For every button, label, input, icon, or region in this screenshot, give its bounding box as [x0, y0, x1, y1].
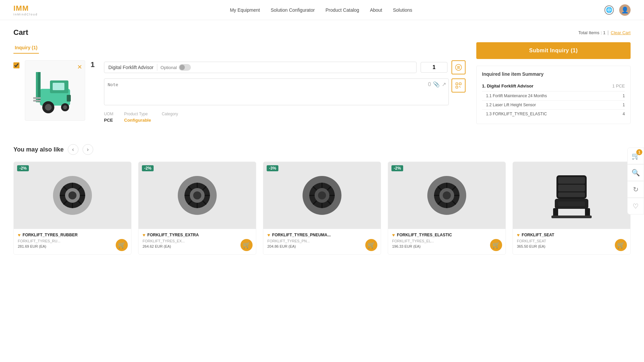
sub-item-name: 1.1 Forlift Maintenance 24 Months [486, 94, 547, 98]
product-image [30, 65, 80, 116]
rec-card-price: 196.33 EUR (EA) [392, 244, 501, 248]
configure-button[interactable] [451, 60, 466, 74]
float-cart-button[interactable]: 🛒 1 [627, 147, 644, 164]
rec-card-image: -2% [139, 162, 256, 229]
cart-left: Inquiry (1) ✕ [13, 42, 466, 128]
user-avatar[interactable]: 👤 [619, 4, 631, 16]
nav-my-equipment[interactable]: My Equipment [230, 7, 260, 13]
summary-sub-item: 1.3 FORKLIFT_TYRES_ELASTIC4 [482, 110, 625, 118]
divider [157, 64, 157, 71]
wishlist-icon[interactable]: ♥ [392, 232, 395, 238]
summary-main-name: 1. Digital Forklift Advisor [482, 83, 533, 88]
product-type-col: Product Type Configurable [124, 112, 151, 123]
nav-solutions[interactable]: Solutions [393, 7, 412, 13]
wishlist-icon[interactable]: ♥ [517, 232, 520, 238]
rec-card[interactable]: -2% ♥ FORKLIFT_TYRES_EXTRA FORKLIFT_TYRE… [138, 162, 256, 255]
main-content: Cart Total Items : 1 | Clear Cart Inquir… [0, 20, 644, 263]
svg-rect-20 [459, 86, 460, 87]
discount-badge: -2% [142, 165, 154, 171]
product-name: FORKLIFT_TYRES_RUBBER [22, 233, 77, 237]
attach-icon[interactable]: 📎 [433, 81, 440, 87]
rec-title: You may also like [13, 146, 64, 153]
total-items-text: Total Items : 1 [578, 30, 605, 35]
clear-cart-button[interactable]: Clear Cart [611, 30, 631, 35]
heart-icon: ♡ [633, 202, 639, 210]
rec-card-name: ♥ FORKLIFT_TYRES_ELASTIC [392, 232, 501, 238]
rec-card-sku: FORKLIFT_TYRES_RU... [18, 239, 127, 243]
rec-card-name: ♥ FORKLIFT_TYRES_PNEUMA... [267, 232, 377, 238]
rec-card-body: ♥ FORKLIFT_TYRES_RUBBER FORKLIFT_TYRES_R… [14, 229, 131, 254]
expand-icon[interactable]: ↗ [442, 81, 446, 87]
rec-card[interactable]: -3% ♥ FORKLIFT_TYRES_PNEUMA... FORKLIFT_… [263, 162, 381, 255]
svg-rect-8 [33, 100, 41, 102]
cart-item: ✕ [13, 60, 466, 123]
wishlist-icon[interactable]: ♥ [18, 232, 20, 238]
item-checkbox[interactable] [13, 62, 19, 68]
rec-card-sku: FORKLIFT_TYRES_EX... [143, 239, 252, 243]
scan-icon [455, 82, 462, 89]
rec-card-image: -3% [263, 162, 381, 229]
float-wishlist-button[interactable]: ♡ [627, 198, 644, 215]
wishlist-icon[interactable]: ♥ [267, 232, 270, 238]
separator: | [607, 30, 609, 35]
globe-icon[interactable]: 🌐 [604, 5, 614, 15]
submit-inquiry-button[interactable]: Submit Inquiry (1) [476, 42, 631, 59]
logo[interactable]: IMM InMindCloud [13, 4, 38, 16]
summary-box: Inquired line item Summary 1. Digital Fo… [476, 66, 631, 124]
summary-title: Inquired line item Summary [482, 71, 625, 77]
add-to-cart-button[interactable]: 🛒 [490, 239, 502, 251]
rec-next-button[interactable]: › [83, 144, 93, 155]
nav-about[interactable]: About [370, 7, 382, 13]
svg-rect-17 [459, 83, 461, 85]
add-to-cart-button[interactable]: 🛒 [116, 239, 128, 251]
product-image-wrap: ✕ [25, 60, 85, 121]
product-name: FORKLIFT_TYRES_ELASTIC [397, 233, 452, 237]
summary-sub-item: 1.1 Forlift Maintenance 24 Months1 [482, 92, 625, 101]
tire-image [175, 174, 219, 217]
rec-card-name: ♥ FORKLIFT_TYRES_RUBBER [18, 232, 127, 238]
rec-card-image [513, 162, 630, 229]
add-to-cart-button[interactable]: 🛒 [615, 239, 627, 251]
rec-card-price: 365.50 EUR (EA) [517, 244, 626, 248]
uom-col: UOM PCE [104, 112, 113, 123]
rec-card-body: ♥ FORKLIFT_TYRES_EXTRA FORKLIFT_TYRES_EX… [139, 229, 256, 254]
product-type-value[interactable]: Configurable [124, 118, 151, 123]
summary-sub-item: 1.2 Laser Lift Height Sensor1 [482, 101, 625, 110]
rec-card[interactable]: ♥ FORKLIFT_SEAT FORKLIFT_SEAT 365.50 EUR… [513, 162, 631, 255]
rec-card-name: ♥ FORKLIFT_SEAT [517, 232, 626, 238]
rec-card-name: ♥ FORKLIFT_TYRES_EXTRA [143, 232, 252, 238]
remove-item-button[interactable]: ✕ [77, 63, 82, 71]
tab-inquiry[interactable]: Inquiry (1) [13, 42, 39, 54]
wishlist-icon[interactable]: ♥ [143, 232, 145, 238]
add-to-cart-button[interactable]: 🛒 [365, 239, 377, 251]
note-count: 0 [428, 81, 431, 87]
svg-rect-74 [558, 201, 585, 206]
svg-rect-77 [551, 216, 592, 218]
float-refresh-button[interactable]: ↻ [627, 181, 644, 198]
product-name: FORKLIFT_SEAT [522, 233, 554, 237]
rec-header: You may also like ‹ › [13, 144, 631, 155]
add-to-cart-button[interactable]: 🛒 [240, 239, 253, 251]
rec-card-body: ♥ FORKLIFT_TYRES_PNEUMA... FORKLIFT_TYRE… [263, 229, 381, 254]
main-nav: My Equipment Solution Configurator Produ… [230, 7, 412, 13]
note-textarea[interactable] [104, 78, 449, 105]
svg-rect-19 [460, 87, 461, 87]
rec-card[interactable]: -2% ♥ FORKLIFT_TYRES_ELASTIC FORKLIFT_TY… [388, 162, 506, 255]
rec-cards: -2% ♥ FORKLIFT_TYRES_RUBBER FORKLIFT_TYR… [13, 162, 631, 255]
content-area: Inquiry (1) ✕ [13, 42, 631, 128]
float-search-button[interactable]: 🔍 [627, 164, 644, 181]
nav-product-catalog[interactable]: Product Catalog [325, 7, 359, 13]
search-icon: 🔍 [632, 169, 640, 177]
rec-card-body: ♥ FORKLIFT_SEAT FORKLIFT_SEAT 365.50 EUR… [513, 229, 630, 254]
rec-card[interactable]: -2% ♥ FORKLIFT_TYRES_RUBBER FORKLIFT_TYR… [13, 162, 131, 255]
item-top-row: Digital Forklift Advisor Optional [104, 60, 466, 74]
scan-button[interactable] [451, 78, 466, 93]
product-name: FORKLIFT_TYRES_EXTRA [147, 233, 199, 237]
svg-point-36 [193, 191, 201, 199]
note-actions: 0 📎 ↗ [428, 81, 446, 87]
nav-solution-configurator[interactable]: Solution Configurator [271, 7, 315, 13]
quantity-input[interactable] [421, 62, 447, 73]
optional-toggle-switch[interactable] [179, 64, 191, 71]
rec-prev-button[interactable]: ‹ [68, 144, 78, 155]
rec-card-sku: FORKLIFT_SEAT [517, 239, 626, 243]
